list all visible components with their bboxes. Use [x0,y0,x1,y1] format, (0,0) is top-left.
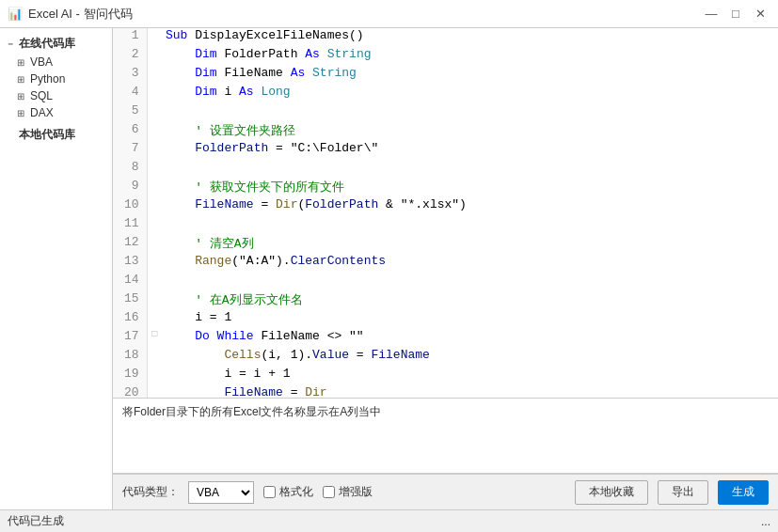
fold-icon [147,348,162,367]
save-local-button[interactable]: 本地收藏 [575,480,648,505]
code-line: FileName = Dir [162,385,778,399]
table-row: 19 i = i + 1 [113,367,778,385]
minimize-button[interactable]: — [701,4,722,24]
table-row: 17□ Do While FileName <> "" [113,329,778,348]
export-button[interactable]: 导出 [658,480,708,505]
line-number: 1 [113,28,147,47]
line-number: 15 [113,291,147,310]
code-line: i = i + 1 [162,367,778,385]
line-number: 14 [113,273,147,291]
code-line [162,216,778,235]
status-ellipsis: ... [761,515,770,528]
code-line: Dim i As Long [162,85,778,103]
table-row: 15 ' 在A列显示文件名 [113,291,778,310]
sidebar-item-label: 在线代码库 [19,36,75,52]
fold-icon[interactable]: □ [147,329,162,348]
line-number: 8 [113,160,147,179]
code-line: ' 设置文件夹路径 [162,122,778,141]
generate-button[interactable]: 生成 [718,480,769,505]
table-row: 8 [113,160,778,179]
fold-icon [147,367,162,385]
table-row: 6 ' 设置文件夹路径 [113,122,778,141]
line-number: 12 [113,235,147,254]
code-type-select[interactable]: VBA Python SQL DAX [188,481,254,504]
app-title: Excel AI - 智问代码 [28,6,133,23]
close-button[interactable]: ✕ [750,4,770,24]
expand-icon: ⊞ [17,91,30,102]
code-area[interactable]: 1Sub DisplayExcelFileNames()2 Dim Folder… [113,28,778,399]
code-line: FileName = Dir(FolderPath & "*.xlsx") [162,197,778,216]
window-controls: — □ ✕ [701,4,770,24]
description-area: 将Folder目录下的所有Excel文件名称显示在A列当中 [113,399,778,474]
format-checkbox[interactable] [263,486,276,498]
fold-icon [147,47,162,66]
code-line: Do While FileName <> "" [162,329,778,348]
line-number: 19 [113,367,147,385]
code-line: Sub DisplayExcelFileNames() [162,28,778,47]
table-row: 11 [113,216,778,235]
expand-icon: ⊞ [17,57,30,68]
format-label: 格式化 [279,484,313,500]
line-number: 18 [113,348,147,367]
sidebar-item-vba[interactable]: ⊞ VBA [0,54,112,70]
line-number: 20 [113,385,147,399]
sidebar-item-python[interactable]: ⊞ Python [0,70,112,87]
enhanced-checkbox-group: 增强版 [323,484,373,500]
table-row: 20 FileName = Dir [113,385,778,399]
fold-icon [147,28,162,47]
status-bar: 代码已生成 ... [0,509,778,532]
fold-icon [147,310,162,329]
expand-icon: ⊞ [17,74,30,85]
table-row: 1Sub DisplayExcelFileNames() [113,28,778,47]
line-number: 4 [113,85,147,103]
collapse-icon: － [6,38,19,51]
enhanced-checkbox[interactable] [323,486,335,498]
sidebar-item-dax[interactable]: ⊞ DAX [0,104,112,121]
table-row: 14 [113,273,778,291]
fold-icon [147,160,162,179]
table-row: 9 ' 获取文件夹下的所有文件 [113,179,778,197]
code-line [162,160,778,179]
bottom-toolbar: 代码类型： VBA Python SQL DAX 格式化 增强版 本地收藏 导出… [113,474,778,509]
fold-icon [147,385,162,399]
title-text: 📊 Excel AI - 智问代码 [8,6,133,23]
sidebar-item-online-lib[interactable]: － 在线代码库 [0,34,112,54]
table-row: 12 ' 清空A列 [113,235,778,254]
table-row: 2 Dim FolderPath As String [113,47,778,66]
status-text: 代码已生成 [8,513,64,529]
line-number: 7 [113,141,147,160]
fold-icon [147,216,162,235]
code-line: i = 1 [162,310,778,329]
fold-icon [147,103,162,122]
format-checkbox-group: 格式化 [263,484,313,500]
code-line: Range("A:A").ClearContents [162,254,778,273]
fold-icon [147,254,162,273]
line-number: 11 [113,216,147,235]
line-number: 16 [113,310,147,329]
sidebar-item-label: Python [30,72,65,86]
title-bar: 📊 Excel AI - 智问代码 — □ ✕ [0,0,778,28]
sidebar: － 在线代码库 ⊞ VBA ⊞ Python ⊞ SQL ⊞ DAX 本地代码库 [0,28,113,509]
app-icon: 📊 [8,7,23,21]
maximize-button[interactable]: □ [725,4,746,24]
table-row: 4 Dim i As Long [113,85,778,103]
line-number: 17 [113,329,147,348]
fold-icon [147,273,162,291]
table-row: 10 FileName = Dir(FolderPath & "*.xlsx") [113,197,778,216]
table-row: 5 [113,103,778,122]
line-number: 6 [113,122,147,141]
table-row: 3 Dim FileName As String [113,66,778,85]
sidebar-item-sql[interactable]: ⊞ SQL [0,87,112,104]
code-line: Dim FolderPath As String [162,47,778,66]
main-container: － 在线代码库 ⊞ VBA ⊞ Python ⊞ SQL ⊞ DAX 本地代码库 [0,28,778,509]
code-line: Dim FileName As String [162,66,778,85]
sidebar-item-local-lib[interactable]: 本地代码库 [0,125,112,145]
fold-icon [147,66,162,85]
fold-icon [147,197,162,216]
fold-icon [147,141,162,160]
expand-icon: ⊞ [17,108,30,118]
sidebar-item-label: DAX [30,106,54,119]
line-number: 9 [113,179,147,197]
line-number: 13 [113,254,147,273]
line-number: 5 [113,103,147,122]
